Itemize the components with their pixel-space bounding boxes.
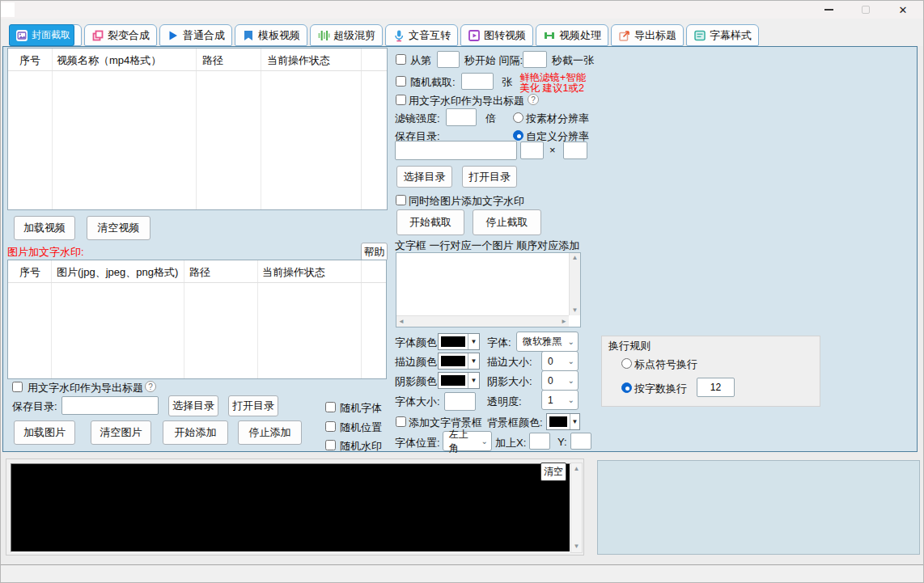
dropdown-arrow-icon[interactable]: ▼: [570, 414, 579, 429]
material-resolution-radio[interactable]: [513, 112, 523, 123]
custom-resolution-radio[interactable]: [513, 130, 523, 141]
from-second-input[interactable]: [437, 51, 460, 68]
height-input[interactable]: [563, 142, 587, 159]
scroll-down-icon[interactable]: ▼: [574, 543, 580, 550]
use-watermark-title-checkbox-2[interactable]: [396, 95, 406, 105]
bg-color-picker[interactable]: ▼: [546, 413, 580, 430]
color-swatch: [441, 356, 465, 366]
tab-text-audio[interactable]: 文音互转: [385, 24, 458, 46]
column-header[interactable]: 序号: [19, 265, 40, 280]
font-position-select[interactable]: 左上角⌄: [443, 431, 492, 451]
load-image-button[interactable]: 加载图片: [14, 420, 75, 445]
tab-export-title[interactable]: 导出标题: [611, 24, 684, 46]
help-button[interactable]: 帮助: [361, 243, 388, 261]
vertical-scrollbar[interactable]: ▲ ▼: [569, 253, 580, 315]
interval-input[interactable]: [523, 51, 547, 68]
dropdown-arrow-icon[interactable]: ▼: [468, 373, 479, 388]
capture-save-dir-input[interactable]: [395, 141, 517, 160]
offset-y-input[interactable]: [570, 433, 591, 450]
tab-label: 视频处理: [559, 28, 601, 43]
maximize-button[interactable]: [847, 1, 884, 19]
stop-add-button[interactable]: 停止添加: [238, 420, 302, 445]
tab-cover-capture[interactable]: 封面截取: [9, 24, 74, 46]
capture-choose-dir-button[interactable]: 选择目录: [396, 166, 452, 188]
bottom-info-panel[interactable]: [597, 460, 920, 555]
random-capture-input[interactable]: [461, 73, 494, 90]
scroll-left-icon[interactable]: ◄: [398, 319, 405, 325]
font-position-value: 左上角: [449, 428, 478, 455]
width-input[interactable]: [520, 142, 544, 159]
column-header[interactable]: 当前操作状态: [267, 53, 330, 68]
times-sign: ×: [549, 144, 556, 156]
load-video-button[interactable]: 加载视频: [14, 216, 75, 240]
choose-dir-button[interactable]: 选择目录: [168, 395, 218, 416]
tab-super-mix[interactable]: 超级混剪: [310, 24, 383, 46]
capture-open-dir-button[interactable]: 打开目录: [462, 166, 517, 188]
tab-label: 封面截取: [32, 28, 70, 42]
also-watermark-checkbox[interactable]: [396, 195, 406, 205]
opacity-select[interactable]: 1⌄: [541, 390, 579, 410]
char-count-input[interactable]: [697, 378, 735, 397]
help-circle-icon[interactable]: ?: [145, 381, 156, 392]
dropdown-arrow-icon[interactable]: ▼: [468, 334, 479, 349]
shadow-size-select[interactable]: 0⌄: [541, 370, 579, 391]
punctuation-wrap-radio[interactable]: [621, 358, 632, 369]
close-button[interactable]: ✕: [884, 1, 922, 19]
tab-fission-merge[interactable]: 裂变合成: [84, 24, 157, 46]
video-table[interactable]: 序号 视频名称（mp4格式） 路径 当前操作状态: [7, 48, 388, 210]
text-bg-box-checkbox[interactable]: [396, 416, 406, 427]
use-watermark-title-checkbox[interactable]: [12, 382, 23, 392]
scroll-down-icon[interactable]: ▼: [572, 307, 579, 314]
log-clear-button[interactable]: 清空: [540, 463, 566, 481]
scroll-up-icon[interactable]: ▲: [572, 255, 579, 261]
stroke-color-picker[interactable]: ▼: [438, 353, 480, 370]
font-color-picker[interactable]: ▼: [438, 333, 480, 350]
chevron-down-icon: ⌄: [481, 437, 488, 446]
stroke-size-select[interactable]: 0⌄: [541, 351, 579, 371]
column-header[interactable]: 路径: [202, 53, 223, 68]
log-scrollbar[interactable]: ▲ ▼: [570, 463, 583, 553]
tab-bar: 分割提取 裂变合成 普通合成 模板视频 超级混剪 文音互转 封面截取 图转视频: [9, 24, 759, 46]
random-position-checkbox[interactable]: [325, 421, 336, 432]
stop-capture-button[interactable]: 停止截取: [473, 209, 541, 235]
random-font-checkbox[interactable]: [325, 402, 336, 412]
image-table[interactable]: 序号 图片(jpg、jpeg、png格式) 路径 当前操作状态: [7, 260, 387, 379]
horizontal-scrollbar[interactable]: ◄ ►: [396, 315, 569, 327]
minimize-button[interactable]: [810, 1, 847, 19]
random-capture-checkbox[interactable]: [396, 76, 406, 87]
tab-image-to-video[interactable]: 图转视频: [460, 24, 533, 46]
interval-label: 秒开始 间隔:: [464, 53, 523, 68]
tab-normal-merge[interactable]: 普通合成: [159, 24, 232, 46]
column-header[interactable]: 图片(jpg、jpeg、png格式): [57, 265, 178, 280]
save-dir-input[interactable]: [61, 396, 159, 415]
random-watermark-checkbox[interactable]: [325, 440, 336, 450]
filter-strength-input[interactable]: [446, 108, 477, 126]
dropdown-arrow-icon[interactable]: ▼: [468, 353, 479, 369]
open-dir-button[interactable]: 打开目录: [228, 395, 278, 416]
font-select[interactable]: 微软雅黑⌄: [516, 332, 579, 352]
column-header[interactable]: 路径: [189, 265, 210, 280]
textbox-hint-label: 文字框 一行对应一个图片 顺序对应添加: [395, 239, 579, 253]
watermark-text-area[interactable]: ▲ ▼ ◄ ►: [396, 252, 581, 327]
char-count-wrap-radio[interactable]: [621, 382, 632, 393]
shadow-color-picker[interactable]: ▼: [438, 372, 480, 389]
font-size-input[interactable]: [444, 392, 476, 411]
help-circle-icon[interactable]: ?: [528, 94, 539, 105]
scroll-up-icon[interactable]: ▲: [574, 466, 580, 472]
column-header[interactable]: 视频名称（mp4格式）: [57, 53, 161, 68]
column-header[interactable]: 当前操作状态: [262, 265, 325, 280]
tab-video-process[interactable]: 视频处理: [536, 24, 608, 46]
scroll-right-icon[interactable]: ►: [561, 319, 567, 325]
tab-template-video[interactable]: 模板视频: [235, 24, 307, 46]
chevron-down-icon: ⌄: [568, 376, 574, 385]
from-second-checkbox[interactable]: [396, 54, 406, 65]
start-capture-button[interactable]: 开始截取: [396, 209, 464, 235]
log-console[interactable]: [11, 463, 570, 552]
offset-x-input[interactable]: [529, 433, 550, 450]
tab-subtitle-style[interactable]: 字幕样式: [686, 24, 759, 46]
column-header[interactable]: 序号: [19, 53, 40, 68]
start-add-button[interactable]: 开始添加: [163, 420, 228, 445]
clear-image-button[interactable]: 清空图片: [91, 420, 151, 445]
random-position-label: 随机位置: [340, 420, 382, 435]
clear-video-button[interactable]: 清空视频: [87, 216, 150, 240]
